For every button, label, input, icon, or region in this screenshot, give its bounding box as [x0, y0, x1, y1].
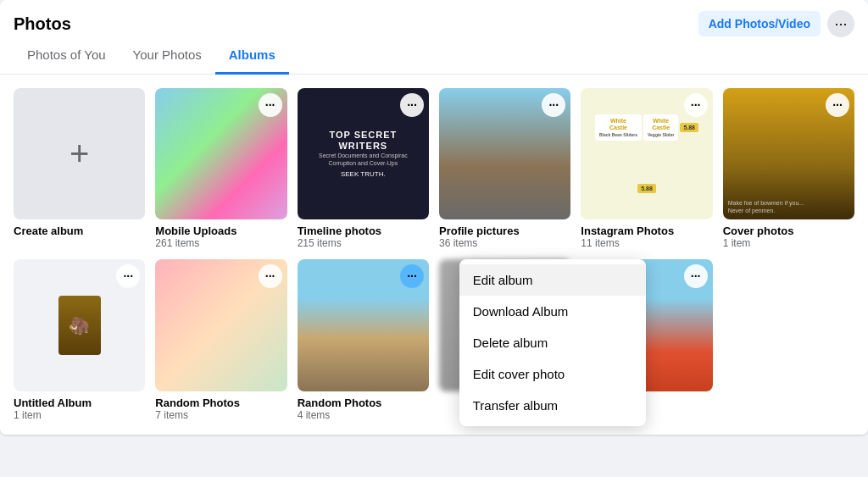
- album-menu-mobile[interactable]: ···: [259, 93, 282, 117]
- album-menu-random2[interactable]: ···: [400, 264, 424, 288]
- dropdown-menu: Edit album Download Album Delete album E…: [459, 259, 646, 426]
- plus-icon: +: [70, 135, 89, 173]
- album-thumb-instagram: ··· White Castle Black Bean Sliders Whit…: [581, 88, 712, 219]
- album-menu-profile[interactable]: ···: [542, 93, 565, 117]
- album-count: 1 item: [723, 237, 854, 249]
- album-menu-cover[interactable]: ···: [826, 93, 849, 117]
- dropdown-item-edit-album[interactable]: Edit album: [459, 264, 646, 296]
- tabs-row: Photos of You Your Photos Albums: [0, 37, 868, 75]
- album-name: Untitled Album: [14, 397, 145, 409]
- album-name: Random Photos: [298, 397, 429, 409]
- header-more-button[interactable]: ···: [827, 10, 854, 37]
- album-thumb-mobile: ···: [155, 88, 287, 219]
- album-untitled[interactable]: ··· 🦣 Untitled Album 1 item: [14, 259, 145, 420]
- album-count: 1 item: [14, 409, 145, 421]
- album-thumb-cover: ··· Make foe of bowmen if you...Never of…: [723, 88, 854, 219]
- album-thumb-random1: ···: [155, 259, 287, 391]
- album-random2[interactable]: ··· Random Photos 4 items: [298, 259, 429, 420]
- create-album-item[interactable]: + Create album: [14, 88, 145, 249]
- album-cover[interactable]: ··· Make foe of bowmen if you...Never of…: [723, 88, 854, 249]
- ellipsis-icon: ···: [834, 15, 847, 33]
- albums-grid-row1: + Create album ··· Mobile Uploads 261 it…: [14, 88, 854, 249]
- album-menu-random1[interactable]: ···: [259, 264, 282, 288]
- album-random1[interactable]: ··· Random Photos 7 items: [155, 259, 287, 420]
- album-mobile-uploads[interactable]: ··· Mobile Uploads 261 items: [155, 88, 287, 249]
- timeline-title1: TOP SECRET: [304, 130, 422, 141]
- page-title: Photos: [14, 14, 71, 34]
- album-name: Cover photos: [723, 225, 854, 237]
- album-thumb-random2: ···: [298, 259, 429, 391]
- album-menu-timeline[interactable]: ···: [400, 93, 424, 117]
- dropdown-item-download[interactable]: Download Album: [459, 296, 646, 327]
- create-album-thumb[interactable]: +: [14, 88, 145, 219]
- album-count: 215 items: [298, 237, 429, 249]
- timeline-subtitle: Secret Documents and ConspiracCorruption…: [304, 152, 422, 167]
- album-thumb-profile: ···: [439, 88, 570, 219]
- album-count: 11 items: [581, 237, 712, 249]
- header-actions: Add Photos/Video ···: [698, 10, 854, 37]
- album-name: Random Photos: [155, 397, 287, 409]
- add-photos-button[interactable]: Add Photos/Video: [698, 11, 821, 36]
- album-name: Timeline photos: [298, 225, 429, 237]
- album-thumb-untitled: ··· 🦣: [14, 259, 145, 391]
- page-wrapper: Photos Add Photos/Video ··· Photos of Yo…: [0, 0, 868, 435]
- album-thumb-timeline: ··· TOP SECRET WRITERS Secret Documents …: [298, 88, 429, 219]
- tab-your-photos[interactable]: Your Photos: [120, 37, 215, 75]
- album-name: Instagram Photos: [581, 225, 712, 237]
- photos-header: Photos Add Photos/Video ···: [0, 0, 868, 37]
- albums-grid-row2: ··· 🦣 Untitled Album 1 item ··· Random P…: [14, 259, 854, 420]
- album-menu-r2009[interactable]: ···: [684, 264, 708, 288]
- album-name: Mobile Uploads: [155, 225, 287, 237]
- album-name: Create album: [14, 225, 145, 237]
- album-count: 36 items: [439, 237, 570, 249]
- timeline-title2: WRITERS: [304, 141, 422, 152]
- dropdown-item-delete[interactable]: Delete album: [459, 327, 646, 358]
- dropdown-item-edit-cover[interactable]: Edit cover photo: [459, 358, 646, 390]
- album-instagram[interactable]: ··· White Castle Black Bean Sliders Whit…: [581, 88, 712, 249]
- album-count: 261 items: [155, 237, 287, 249]
- album-name: Profile pictures: [439, 225, 570, 237]
- album-profile[interactable]: ··· Profile pictures 36 items: [439, 88, 570, 249]
- albums-section: + Create album ··· Mobile Uploads 261 it…: [0, 75, 868, 435]
- timeline-seek: SEEK TRUTH.: [304, 170, 422, 178]
- dropdown-item-transfer[interactable]: Transfer album: [459, 390, 646, 421]
- album-menu-instagram[interactable]: ···: [684, 93, 708, 117]
- album-timeline[interactable]: ··· TOP SECRET WRITERS Secret Documents …: [298, 88, 429, 249]
- tab-albums[interactable]: Albums: [215, 37, 289, 75]
- album-count: 7 items: [155, 409, 287, 421]
- tab-photos-of-you[interactable]: Photos of You: [14, 37, 120, 75]
- album-menu-untitled[interactable]: ···: [116, 264, 140, 288]
- album-count: 4 items: [298, 409, 429, 421]
